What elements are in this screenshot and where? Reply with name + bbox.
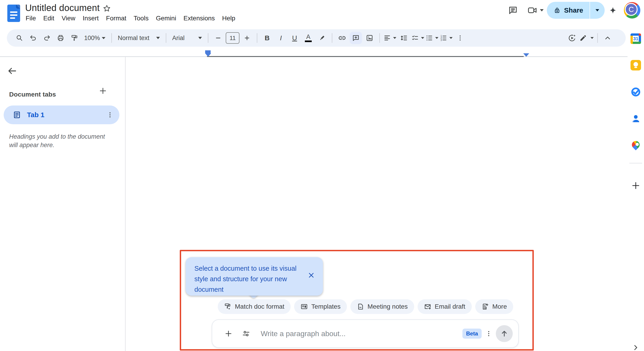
font-size-decrease-button[interactable] [212, 32, 224, 44]
calendar-app-icon[interactable]: 31 [630, 34, 641, 44]
line-spacing-button[interactable] [398, 32, 410, 44]
gemini-sparkle-icon[interactable] [608, 5, 618, 15]
menu-bar: File Edit View Insert Format Tools Gemin… [22, 13, 239, 23]
contacts-app-icon[interactable] [630, 114, 641, 124]
share-dropdown-button[interactable] [590, 2, 605, 19]
headings-hint-text: Headings you add to the document will ap… [9, 133, 108, 149]
account-avatar[interactable]: C [624, 2, 640, 19]
send-prompt-button[interactable] [496, 325, 513, 342]
highlight-color-button[interactable] [316, 32, 328, 44]
undo-button[interactable] [27, 32, 39, 44]
menu-help[interactable]: Help [218, 13, 239, 23]
star-icon[interactable] [102, 4, 111, 13]
help-me-create-icon[interactable] [566, 32, 578, 44]
tab-label: Tab 1 [27, 111, 100, 119]
align-button[interactable] [384, 32, 396, 44]
hide-menus-button[interactable] [602, 32, 614, 44]
share-label: Share [564, 7, 583, 14]
editing-mode-button[interactable] [580, 32, 594, 44]
menu-view[interactable]: View [58, 13, 79, 23]
beta-badge: Beta [462, 328, 482, 339]
get-addons-button[interactable] [630, 180, 641, 191]
left-indent-marker[interactable] [205, 53, 211, 57]
docs-logo-icon[interactable] [7, 5, 20, 22]
ruler-text-area [207, 56, 524, 57]
numbered-list-button[interactable]: 1 2 3 [440, 32, 452, 44]
bulleted-list-button[interactable] [426, 32, 438, 44]
keep-app-icon[interactable] [630, 60, 641, 71]
checklist-button[interactable] [412, 32, 424, 44]
chip-meeting-notes[interactable]: Meeting notes [350, 299, 414, 314]
more-formatting-button[interactable] [454, 32, 466, 44]
redo-button[interactable] [41, 32, 53, 44]
gemini-chip-row: Match doc format Templates Meeting notes… [218, 299, 513, 314]
chip-more[interactable]: More [475, 299, 514, 314]
chip-match-doc-format[interactable]: Match doc format [218, 299, 291, 314]
lock-icon [554, 7, 560, 14]
paint-format-button[interactable] [68, 32, 80, 44]
menu-insert[interactable]: Insert [79, 13, 102, 23]
hide-side-panel-chevron-icon[interactable] [630, 342, 641, 351]
print-button[interactable] [54, 32, 67, 44]
tab-item-tab1[interactable]: Tab 1 [4, 106, 120, 124]
maps-app-icon[interactable] [630, 140, 641, 151]
meeting-notes-icon [357, 303, 364, 310]
menu-extensions[interactable]: Extensions [180, 13, 218, 23]
italic-button[interactable]: I [275, 32, 287, 44]
tab-options-icon[interactable] [106, 111, 114, 118]
menu-edit[interactable]: Edit [40, 13, 58, 23]
paragraph-style-select[interactable]: Normal text [116, 32, 162, 44]
add-tab-button[interactable] [98, 86, 108, 95]
email-draft-icon [424, 303, 431, 310]
font-family-select[interactable]: Arial [170, 32, 204, 44]
font-size-input[interactable]: 11 [226, 32, 240, 44]
document-tabs-panel: Document tabs Tab 1 Headings you add to … [0, 57, 126, 351]
search-menus-button[interactable] [13, 32, 26, 44]
prompt-input[interactable] [260, 329, 462, 338]
svg-text:3: 3 [441, 39, 442, 42]
right-indent-marker[interactable] [523, 53, 529, 57]
insert-file-plus-icon[interactable] [224, 329, 233, 338]
document-title[interactable]: Untitled document [25, 3, 100, 13]
gemini-prompt-bar[interactable]: Beta [212, 319, 519, 348]
tasks-app-icon[interactable] [630, 87, 641, 97]
chip-templates[interactable]: Templates [294, 299, 347, 314]
gemini-tooltip: Select a document to use its visual styl… [186, 257, 323, 296]
text-color-button[interactable]: A [302, 32, 314, 44]
meet-caret-icon[interactable] [540, 9, 544, 12]
toolbar: 100% Normal text Arial 11 B I U A [7, 29, 626, 47]
menu-format[interactable]: Format [102, 13, 130, 23]
insert-link-button[interactable] [336, 32, 348, 44]
add-comment-button[interactable] [350, 32, 362, 44]
pencil-icon [580, 34, 587, 42]
arrow-up-icon [500, 329, 508, 338]
insert-image-button[interactable] [364, 32, 376, 44]
chip-email-draft[interactable]: Email draft [418, 299, 472, 314]
side-panel-rail: 31 [628, 29, 644, 351]
rail-divider [629, 163, 642, 163]
underline-button[interactable]: U [288, 32, 301, 44]
avatar-letter: C [625, 3, 638, 16]
tab-document-icon [13, 111, 21, 119]
comments-icon[interactable] [508, 5, 518, 15]
font-size-increase-button[interactable] [241, 32, 253, 44]
tooltip-text: Select a document to use its visual styl… [194, 263, 298, 295]
paint-roller-sparkle-icon [224, 303, 232, 310]
close-panel-back-button[interactable] [7, 66, 18, 76]
share-button-group: Share [547, 2, 605, 19]
document-tabs-title: Document tabs [9, 91, 56, 98]
document-plus-icon [482, 303, 489, 310]
tune-icon[interactable] [242, 329, 250, 338]
menu-gemini[interactable]: Gemini [152, 13, 180, 23]
tooltip-close-icon[interactable] [307, 271, 315, 279]
bold-button[interactable]: B [261, 32, 273, 44]
menu-tools[interactable]: Tools [130, 13, 152, 23]
menu-file[interactable]: File [22, 13, 40, 23]
meet-video-icon[interactable] [527, 5, 538, 16]
template-icon [300, 303, 308, 310]
first-line-indent-marker[interactable] [205, 50, 211, 53]
zoom-select[interactable]: 100% [82, 32, 108, 44]
prompt-options-icon[interactable] [485, 330, 492, 337]
share-button[interactable]: Share [547, 7, 590, 14]
